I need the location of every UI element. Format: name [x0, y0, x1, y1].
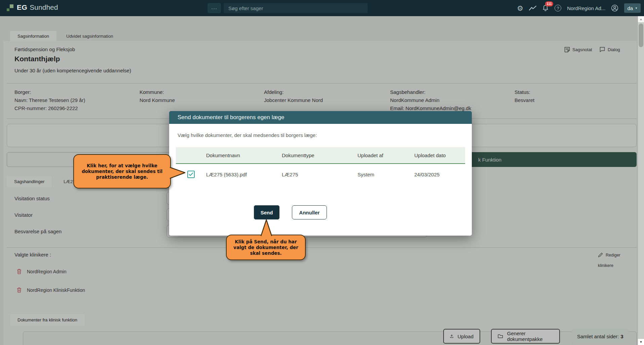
cell-document-name: LÆ275 (5633).pdf [206, 172, 282, 177]
account-button[interactable] [611, 4, 618, 12]
checkmark-icon [189, 172, 193, 176]
app-logo[interactable]: EG Sundhed [6, 2, 58, 13]
overflow-menu-button[interactable]: ··· [207, 3, 221, 13]
cell-uploaded-by: System [357, 172, 414, 177]
modal-title: Send dokumenter til borgerens egen læge [178, 114, 285, 121]
activity-button[interactable] [529, 5, 536, 11]
settings-button[interactable]: ⚙ [517, 5, 523, 12]
callout-arrow-right-icon [169, 167, 186, 179]
cell-document-type: LÆ275 [282, 172, 357, 177]
page-scrollbar[interactable]: ▲ ▼ [638, 16, 644, 345]
brand-eg: EG [17, 3, 27, 11]
user-name[interactable]: NordRegion Ad... [567, 5, 605, 11]
modal-title-bar: Send dokumenter til borgerens egen læge [169, 111, 472, 124]
language-selector[interactable]: da ▼ [624, 3, 641, 13]
ellipsis-icon: ··· [211, 5, 217, 11]
col-uploadet-dato: Uploadet dato [414, 152, 465, 158]
col-dokumentnavn: Dokumentnavn [206, 152, 282, 158]
notifications-button[interactable]: 111 [542, 4, 549, 12]
cell-uploaded-date: 24/03/2025 [414, 172, 465, 177]
search-input[interactable] [224, 3, 368, 13]
brand-product: Sundhed [30, 3, 58, 11]
trending-icon [529, 5, 536, 11]
notification-badge: 111 [545, 1, 553, 6]
callout-arrow-up-icon [260, 219, 272, 236]
eg-logo-icon [6, 2, 15, 13]
send-documents-modal: Send dokumenter til borgerens egen læge … [169, 111, 472, 236]
table-header-row: Dokumentnavn Dokumenttype Uploadet af Up… [176, 147, 465, 164]
help-button[interactable]: ? [555, 5, 561, 11]
documents-table: Dokumentnavn Dokumenttype Uploadet af Up… [176, 147, 465, 185]
modal-intro-text: Vælg hvilke dokumenter, der skal medsend… [178, 132, 317, 138]
scroll-down-arrow[interactable]: ▼ [638, 339, 644, 345]
person-circle-icon [611, 4, 618, 12]
app-screen: EG Sundhed ··· ⚙ 111 ? NordRegion Ad... … [0, 0, 644, 345]
table-row: LÆ275 (5633).pdf LÆ275 System 24/03/2025 [176, 164, 465, 185]
top-navbar: EG Sundhed ··· ⚙ 111 ? NordRegion Ad... … [0, 0, 644, 16]
chevron-down-icon: ▼ [635, 7, 638, 10]
col-dokumenttype: Dokumenttype [282, 152, 357, 158]
callout-text: Klik på Send, når du har valgt de dokume… [231, 239, 301, 256]
scrollbar-thumb[interactable] [639, 24, 643, 47]
callout-text: Klik her, for at vælge hvilke dokumenter… [78, 163, 166, 180]
help-icon: ? [555, 5, 561, 11]
send-button[interactable]: Send [254, 205, 279, 219]
cancel-button[interactable]: Annuller [292, 205, 327, 219]
gear-icon: ⚙ [517, 5, 523, 12]
document-checkbox[interactable] [187, 171, 195, 178]
callout-click-send: Klik på Send, når du har valgt de dokume… [226, 235, 306, 260]
callout-select-documents: Klik her, for at vælge hvilke dokumenter… [73, 154, 171, 188]
col-uploadet-af: Uploadet af [357, 152, 414, 158]
scroll-up-arrow[interactable]: ▲ [638, 16, 644, 22]
language-value: da [627, 5, 633, 11]
